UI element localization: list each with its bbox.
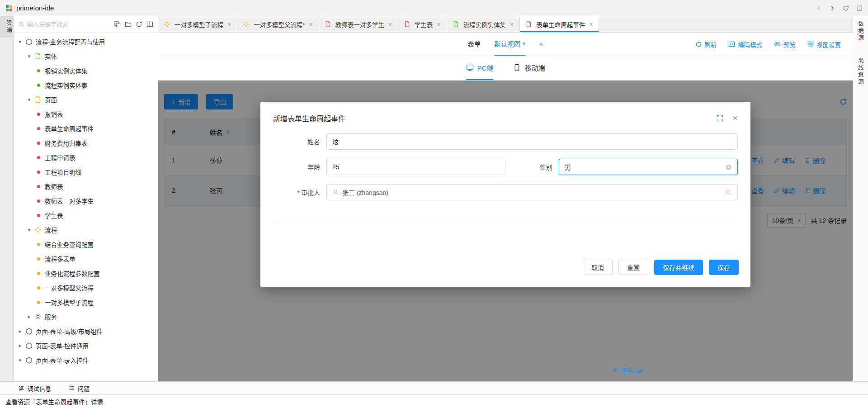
approver-label-text: 审批人 — [301, 189, 320, 196]
editor-tab[interactable]: 学生表× — [398, 16, 447, 32]
tree-item[interactable]: 学生表 — [14, 208, 158, 223]
name-input[interactable]: 炫 — [326, 133, 738, 150]
cancel-button[interactable]: 取消 — [583, 260, 613, 275]
tree-item[interactable]: 教师表一对多学生 — [14, 194, 158, 208]
tree-item[interactable]: ▾页面-表单-录入控件 — [14, 353, 158, 367]
age-input[interactable]: 25 — [326, 159, 505, 175]
tree-item[interactable]: ▸页面-表单-控件通用 — [14, 338, 158, 353]
tab-default-view[interactable]: 默认视图▾ — [494, 33, 525, 56]
tree-item[interactable]: 表单生命周起事件 — [14, 121, 158, 136]
sync-icon[interactable] — [843, 5, 849, 11]
preview-button[interactable]: 预览 — [774, 40, 796, 49]
refresh-icon[interactable] — [136, 21, 142, 28]
layout-icon[interactable] — [856, 5, 863, 11]
nav-forward-icon[interactable] — [829, 5, 835, 11]
chevron-right-icon[interactable]: ▸ — [17, 343, 23, 349]
gender-input[interactable]: 男 — [559, 159, 738, 175]
close-icon[interactable]: × — [227, 21, 231, 28]
code-mode-button[interactable]: 编码模式 — [728, 40, 762, 49]
tree-item[interactable]: 业务化流程参数配置 — [14, 266, 158, 280]
close-icon[interactable]: × — [589, 21, 593, 28]
tree-item-label: 学生表 — [45, 211, 63, 220]
modal-divider — [273, 224, 738, 224]
rail-tab-resources[interactable]: 资源 — [0, 16, 13, 38]
editor-tab-label: 流程实例实体集 — [463, 20, 506, 29]
tree-item-label: 工程申请表 — [45, 153, 75, 162]
search-input[interactable] — [27, 21, 110, 28]
tree-item[interactable]: ▾流程-业务流程配置与使用 — [14, 34, 158, 49]
debug-info-button[interactable]: 调试信息 — [18, 384, 51, 393]
search-icon[interactable] — [725, 189, 732, 196]
chevron-right-icon[interactable]: ▸ — [26, 314, 32, 320]
grid-icon — [807, 41, 814, 47]
editor-tab-active[interactable]: 表单生命周起事件× — [520, 16, 599, 32]
refresh-button[interactable]: 刷新 — [695, 40, 717, 49]
tab-pc[interactable]: PC端 — [466, 56, 494, 80]
collapse-all-icon[interactable] — [146, 21, 153, 28]
chevron-right-icon[interactable]: ▸ — [17, 328, 23, 334]
chevron-down-icon[interactable]: ▾ — [26, 97, 32, 103]
tree-item[interactable]: 结合业务查询配置 — [14, 237, 158, 251]
editor-tab[interactable]: 流程实例实体集× — [447, 16, 520, 32]
clear-icon[interactable] — [725, 164, 732, 171]
status-bar: 查看资源「表单生命周起事件」详情 — [0, 394, 868, 408]
tab-mobile[interactable]: 移动端 — [513, 56, 545, 80]
phone-icon — [513, 64, 521, 71]
tree-item[interactable]: 流程多表单 — [14, 251, 158, 266]
gender-field-label: 性别 — [505, 162, 559, 171]
tree-item[interactable]: 教师表 — [14, 179, 158, 194]
tree-item-label: 教师表 — [45, 182, 63, 191]
tree-item[interactable]: 财务费用归集表 — [14, 136, 158, 150]
tree-item[interactable]: ▾实体 — [14, 49, 158, 63]
tree-item-label: 业务化流程参数配置 — [45, 269, 100, 278]
tab-form[interactable]: 表单 — [467, 33, 481, 56]
add-view-button[interactable]: + — [539, 33, 543, 56]
folder-icon[interactable] — [125, 21, 132, 28]
tree-item[interactable]: 一对多模型子流程 — [14, 295, 158, 309]
chevron-down-icon[interactable]: ▾ — [26, 227, 32, 233]
nav-back-icon[interactable] — [816, 5, 822, 11]
chevron-down-icon: ▾ — [523, 41, 525, 47]
tree-item[interactable]: ▾流程 — [14, 223, 158, 237]
problems-button[interactable]: 问题 — [68, 384, 90, 393]
save-button[interactable]: 保存 — [709, 260, 739, 275]
tree-item[interactable]: ▸页面-表单-高级/布局组件 — [14, 324, 158, 338]
page-dot-icon — [37, 127, 40, 130]
close-icon[interactable]: × — [732, 114, 738, 123]
close-icon[interactable]: × — [309, 21, 312, 28]
tree-item[interactable]: 一对多模型父流程 — [14, 280, 158, 295]
save-and-continue-button[interactable]: 保存并继续 — [654, 260, 703, 275]
approver-input[interactable]: 张三 (zhangsan) — [326, 184, 738, 200]
view-settings-button[interactable]: 视图设置 — [807, 40, 841, 49]
process-icon — [35, 227, 42, 233]
chevron-down-icon[interactable]: ▾ — [17, 357, 23, 363]
tree-item[interactable]: 流程实例实体集 — [14, 78, 158, 92]
view-api-link[interactable]: 查看Api — [612, 365, 642, 375]
close-icon[interactable]: × — [388, 21, 392, 28]
reset-button[interactable]: 重置 — [618, 260, 648, 275]
page-dot-icon — [37, 214, 40, 217]
tree-item[interactable]: 工程项目明细 — [14, 165, 158, 179]
editor-tab[interactable]: 一对多模型子流程× — [158, 16, 237, 32]
process-dot-icon — [37, 301, 40, 304]
rail-tab-datasource[interactable]: 数据源 — [856, 19, 865, 44]
fullscreen-icon[interactable] — [717, 115, 723, 122]
chevron-down-icon[interactable]: ▾ — [26, 53, 32, 59]
chevron-down-icon[interactable]: ▾ — [17, 39, 23, 45]
tree-item-label: 一对多模型父流程 — [45, 283, 94, 292]
tree-item[interactable]: ▾页面 — [14, 92, 158, 107]
rail-tab-offline-resources[interactable]: 离线资源 — [856, 56, 865, 87]
tree-item-label: 页面-表单-高级/布局组件 — [36, 327, 103, 336]
editor-tab[interactable]: 一对多模型父流程*× — [237, 16, 319, 32]
app-logo-icon — [5, 5, 13, 12]
editor-tab[interactable]: 教师表一对多学生× — [319, 16, 398, 32]
process-icon — [243, 21, 250, 27]
close-icon[interactable]: × — [510, 21, 514, 28]
tree-item[interactable]: ▸服务 — [14, 309, 158, 324]
tree-item[interactable]: 报销表 — [14, 107, 158, 121]
close-icon[interactable]: × — [437, 21, 440, 28]
required-mark: * — [297, 189, 300, 196]
tree-item[interactable]: 报销实例实体集 — [14, 63, 158, 78]
tree-item[interactable]: 工程申请表 — [14, 150, 158, 165]
copy-resource-icon[interactable] — [114, 21, 121, 28]
